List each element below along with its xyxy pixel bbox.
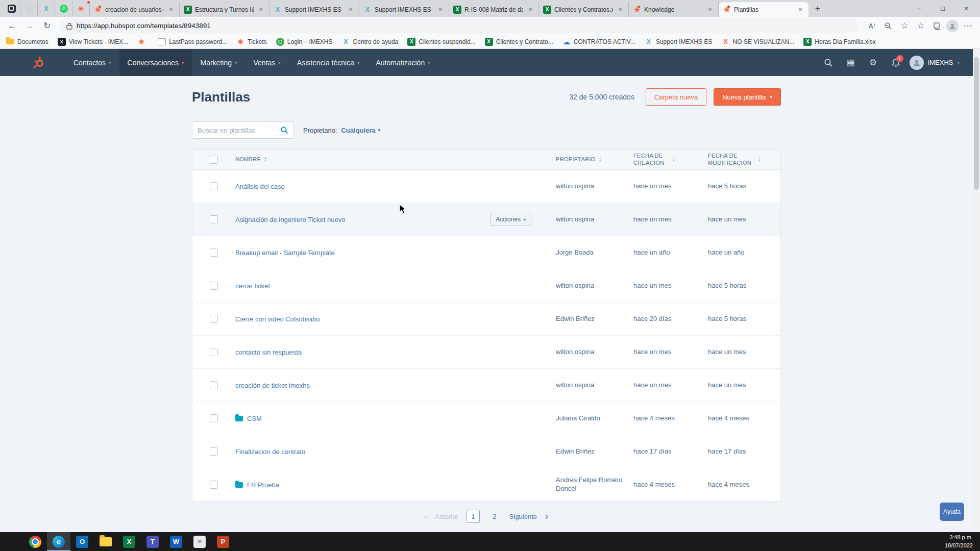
template-name-link[interactable]: CSM <box>247 415 262 422</box>
browser-tab[interactable]: Estructura y Turnos I& <box>180 2 270 17</box>
nav-item-marketing[interactable]: Marketing ▾ <box>192 49 246 76</box>
row-checkbox[interactable] <box>210 447 218 456</box>
template-name-link[interactable]: Análisis del caso <box>235 183 285 190</box>
bookmark-support-imexhs[interactable]: Support IMEXHS ES <box>645 38 713 46</box>
search-icon[interactable] <box>280 126 288 134</box>
table-row[interactable]: Finalizacion de contrato Edwin Briñez ha… <box>192 435 780 468</box>
pinned-tab-disc-icon[interactable] <box>20 1 38 16</box>
bookmark-clientes-suspendidos[interactable]: Clientes suspendid... <box>407 38 475 46</box>
favorites-list-icon[interactable]: ☆ <box>914 19 928 33</box>
scrollbar-thumb[interactable] <box>974 57 979 190</box>
browser-tab[interactable]: R-IS-008 Matriz de dat <box>449 2 539 17</box>
table-row[interactable]: Breakup email - Sample Template Jorge Bo… <box>192 236 780 269</box>
address-bar[interactable]: https://app.hubspot.com/templates/894389… <box>60 18 859 33</box>
taskbar-clock[interactable]: 3:48 p.m. 18/07/2022 <box>945 534 973 550</box>
close-button[interactable]: × <box>954 0 978 17</box>
back-icon[interactable]: ← <box>5 19 19 33</box>
row-checkbox[interactable] <box>210 414 218 422</box>
row-checkbox[interactable] <box>210 248 218 257</box>
bookmark-hubspot-icon-only[interactable] <box>137 38 149 46</box>
previous-page-button[interactable]: Anterior <box>435 513 458 520</box>
tab-close-icon[interactable] <box>526 6 534 14</box>
pinned-tab-hubspot-icon[interactable] <box>72 1 90 16</box>
template-name-link[interactable]: Finalizacion de contrato <box>235 448 305 456</box>
collections-icon[interactable] <box>930 19 944 33</box>
search-icon[interactable] <box>820 54 837 71</box>
bookmark-no-se-visualizan[interactable]: NO SE VISUALIZAN... <box>722 38 795 46</box>
bookmark-view-tickets[interactable]: View Tickets - IMEX... <box>58 38 128 46</box>
refresh-icon[interactable]: ↻ <box>40 19 54 33</box>
minimize-button[interactable]: – <box>908 0 931 17</box>
nav-item-ventas[interactable]: Ventas ▾ <box>246 49 289 76</box>
nav-item-automatizacion[interactable]: Automatización ▾ <box>368 49 438 76</box>
template-name-link[interactable]: Asignación de ingeniero Ticket nuevo <box>235 216 345 223</box>
tab-close-icon[interactable] <box>436 6 445 14</box>
pinned-tab-x-icon[interactable] <box>38 1 55 16</box>
zoom-indicator-icon[interactable] <box>881 19 895 33</box>
bookmark-horas-dia-familia[interactable]: Horas Dia Familia.xlsx <box>803 38 875 46</box>
notifications-bell-icon[interactable]: 1 <box>887 54 904 71</box>
next-page-button[interactable]: Siguiente <box>509 513 537 520</box>
pinned-tab-browser-icon[interactable] <box>3 1 20 16</box>
tab-close-icon[interactable] <box>167 6 175 14</box>
browser-tab[interactable]: Clientes y Contratos.xl <box>539 2 629 17</box>
nav-item-asistencia-tecnica[interactable]: Asistencia técnica ▾ <box>289 49 368 76</box>
bookmark-login-imexhs[interactable]: Login – IMEXHS <box>276 38 333 46</box>
table-row[interactable]: cerrar ticket wilton ospina hace un mes … <box>192 269 780 303</box>
taskbar-file-explorer-icon[interactable] <box>94 532 117 551</box>
hubspot-logo-icon[interactable] <box>32 56 45 69</box>
table-row[interactable]: creación de ticket imexhs wilton ospina … <box>192 369 780 402</box>
table-row[interactable]: contacto sin respuesta wilton ospina hac… <box>192 336 780 369</box>
bookmark-lastpass[interactable]: LastPass password... <box>158 38 227 45</box>
taskbar-excel-icon[interactable] <box>117 532 141 551</box>
scrollbar[interactable] <box>973 49 980 532</box>
next-page-chevron[interactable]: › <box>545 511 548 522</box>
column-header-propietario[interactable]: PROPIETARIO ▲▼ <box>556 156 633 163</box>
row-checkbox[interactable] <box>210 381 218 389</box>
taskbar-edge-icon[interactable] <box>47 532 70 551</box>
tab-close-icon[interactable] <box>796 6 804 14</box>
new-folder-button[interactable]: Carpeta nueva <box>646 88 706 106</box>
pagination-page-2[interactable]: 2 <box>488 510 501 523</box>
browser-tab[interactable]: Knowledge <box>629 2 719 17</box>
marketplace-grid-icon[interactable]: ▦ <box>842 54 860 71</box>
table-row[interactable]: Cierre con video Colsubsidio Edwin Briñe… <box>192 303 780 336</box>
tab-close-icon[interactable] <box>616 6 624 14</box>
previous-page-chevron[interactable]: ‹ <box>425 513 427 520</box>
template-name-link[interactable]: Cierre con video Colsubsidio <box>235 315 320 323</box>
template-name-link[interactable]: cerrar ticket <box>235 282 270 290</box>
bookmark-clientes-y-contratos[interactable]: Clientes y Contrato... <box>485 38 553 46</box>
row-checkbox[interactable] <box>210 182 218 190</box>
actions-button[interactable]: Acciones ▾ <box>490 213 531 226</box>
row-checkbox[interactable] <box>210 481 218 489</box>
read-aloud-icon[interactable]: A⁾ <box>865 19 879 33</box>
search-input[interactable] <box>198 127 280 134</box>
browser-menu-icon[interactable]: ⋯ <box>961 19 975 33</box>
column-header-fecha-creacion[interactable]: FECHA DE CREACIÓN ▲▼ <box>633 153 708 167</box>
maximize-button[interactable]: □ <box>931 0 954 17</box>
browser-tab[interactable]: creacion de usuarios e <box>90 2 180 17</box>
owner-filter-dropdown[interactable]: Cualquiera ▾ <box>341 127 380 134</box>
browser-tab[interactable]: Plantillas <box>719 2 808 17</box>
template-name-link[interactable]: FR Prueba <box>247 481 279 489</box>
template-name-link[interactable]: Breakup email - Sample Template <box>235 249 335 257</box>
tab-close-icon[interactable] <box>347 6 355 14</box>
taskbar-chrome-icon[interactable] <box>23 532 47 551</box>
row-checkbox[interactable] <box>210 348 218 356</box>
new-tab-button[interactable]: + <box>811 2 825 16</box>
row-checkbox[interactable] <box>210 315 218 323</box>
template-name-link[interactable]: contacto sin respuesta <box>235 348 302 356</box>
account-menu[interactable]: IMEXHS ▾ <box>910 56 960 70</box>
column-header-nombre[interactable]: NOMBRE ▲▼ <box>235 156 556 163</box>
bookmark-tickets[interactable]: Tickets <box>236 38 267 46</box>
bookmark-contratos-activos[interactable]: CONTRATOS ACTIV... <box>562 38 635 46</box>
taskbar-word-icon[interactable] <box>164 532 188 551</box>
nav-item-contactos[interactable]: Contactos ▾ <box>65 49 119 76</box>
table-row[interactable]: Asignación de ingeniero Ticket nuevo Acc… <box>192 203 780 236</box>
bookmark-centro-de-ayuda[interactable]: Centro de ayuda <box>342 38 399 46</box>
taskbar-notepad-icon[interactable] <box>188 532 211 551</box>
taskbar-start-button[interactable] <box>0 532 23 551</box>
add-favorite-icon[interactable]: ☆ <box>897 19 912 33</box>
help-button[interactable]: Ayuda <box>940 503 964 521</box>
table-row[interactable]: FR Prueba Andres Felipe Romero Doncel ha… <box>192 468 780 502</box>
